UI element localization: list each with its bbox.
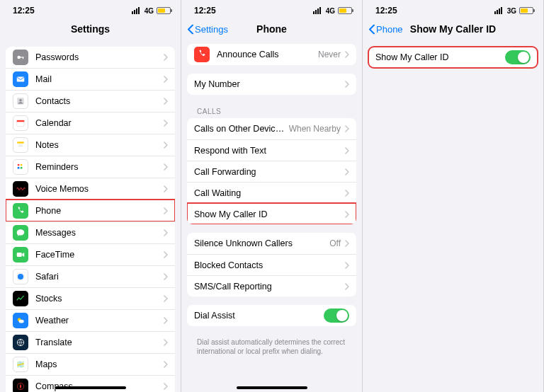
row-safari[interactable]: Safari [6, 265, 175, 287]
status-bar: 12:25 4G [0, 0, 181, 18]
back-button[interactable]: Settings [187, 24, 228, 35]
row-sms/call-reporting[interactable]: SMS/Call Reporting [187, 275, 356, 296]
row-voice-memos[interactable]: Voice Memos [6, 178, 175, 200]
status-indicators: 4G [313, 7, 352, 15]
row-label: Call Forwarding [194, 167, 341, 177]
back-button[interactable]: Phone [368, 24, 403, 35]
row-facetime[interactable]: FaceTime [6, 243, 175, 265]
svg-point-4 [17, 56, 21, 59]
calendar-icon [13, 115, 28, 131]
row-mail[interactable]: Mail [6, 68, 175, 90]
svg-point-9 [19, 99, 22, 102]
status-indicators: 3G [494, 7, 533, 15]
row-call-waiting[interactable]: Call Waiting [187, 182, 356, 203]
row-respond-with-text[interactable]: Respond with Text [187, 139, 356, 161]
contacts-icon [13, 93, 28, 109]
row-label: FaceTime [35, 250, 159, 260]
row-label: SMS/Call Reporting [194, 282, 341, 292]
row-label: Messages [35, 228, 159, 238]
back-label: Settings [195, 24, 228, 35]
row-weather[interactable]: Weather [6, 309, 175, 331]
row-call-forwarding[interactable]: Call Forwarding [187, 161, 356, 182]
row-stocks[interactable]: Stocks [6, 287, 175, 309]
row-show-caller-id[interactable]: Show My Caller ID [368, 47, 538, 68]
chevron-right-icon [345, 51, 349, 58]
row-passwords[interactable]: Passwords [6, 47, 175, 68]
row-label: Contacts [35, 96, 159, 106]
svg-rect-0 [132, 11, 133, 14]
row-messages[interactable]: Messages [6, 221, 175, 243]
row-label: Show My Caller ID [375, 52, 505, 62]
chevron-right-icon [164, 317, 168, 324]
row-label: Blocked Contacts [194, 260, 341, 270]
nav-title: Show My Caller ID [410, 23, 496, 35]
row-label: Safari [35, 272, 159, 282]
row-show-my-caller-id[interactable]: Show My Caller ID [187, 203, 356, 224]
svg-point-18 [21, 164, 23, 166]
svg-point-23 [18, 274, 23, 279]
group-announce: Announce Calls Never [187, 44, 356, 65]
phone-icon [194, 47, 210, 62]
status-time: 12:25 [375, 6, 397, 16]
chevron-right-icon [164, 98, 168, 105]
phone-icon [13, 203, 28, 219]
dial-assist-toggle[interactable] [324, 309, 349, 323]
status-bar: 12:25 3G [363, 0, 543, 18]
row-phone[interactable]: Phone [6, 200, 175, 221]
row-my-number[interactable]: My Number [187, 74, 356, 95]
row-value: Off [329, 238, 341, 248]
chevron-right-icon [164, 76, 168, 83]
nav-bar: Phone Show My Caller ID [363, 18, 543, 40]
svg-point-17 [18, 167, 20, 169]
row-maps[interactable]: Maps [6, 353, 175, 375]
chevron-right-icon [345, 283, 349, 290]
row-calendar[interactable]: Calendar [6, 112, 175, 134]
status-bar: 12:25 4G [181, 0, 362, 18]
row-label: Mail [35, 74, 159, 84]
row-label: Voice Memos [35, 184, 159, 194]
chevron-right-icon [164, 54, 168, 61]
row-dial-assist[interactable]: Dial Assist [187, 305, 356, 326]
chevron-right-icon [164, 229, 168, 236]
screen-phone-settings: 12:25 4G Settings Phone Announce Calls N… [181, 0, 363, 392]
svg-rect-11 [17, 120, 25, 122]
row-calls-on-other-devices[interactable]: Calls on Other DevicesWhen Nearby [187, 118, 356, 139]
weather-icon [13, 313, 28, 328]
row-label: Call Waiting [194, 188, 341, 198]
row-silence-unknown-callers[interactable]: Silence Unknown CallersOff [187, 233, 356, 254]
group-silence: Silence Unknown CallersOffBlocked Contac… [187, 233, 356, 296]
row-label: Calendar [35, 118, 159, 128]
group-my-number: My Number [187, 74, 356, 95]
chevron-right-icon [345, 125, 349, 132]
home-indicator[interactable] [237, 386, 307, 389]
row-label: Reminders [35, 162, 159, 172]
svg-rect-3 [138, 7, 140, 14]
row-label: Weather [35, 316, 159, 325]
row-translate[interactable]: Translate [6, 331, 175, 353]
svg-rect-6 [23, 57, 23, 59]
chevron-right-icon [164, 295, 168, 302]
row-announce-calls[interactable]: Announce Calls Never [187, 44, 356, 65]
facetime-icon [13, 247, 28, 263]
battery-icon [519, 7, 533, 14]
chevron-right-icon [164, 120, 168, 127]
svg-point-16 [18, 164, 20, 166]
home-indicator[interactable] [55, 386, 126, 389]
row-blocked-contacts[interactable]: Blocked Contacts [187, 254, 356, 275]
show-caller-id-toggle[interactable] [505, 50, 531, 64]
network-label: 4G [144, 7, 154, 15]
chevron-right-icon [345, 262, 349, 269]
compass-icon [13, 379, 28, 392]
row-contacts[interactable]: Contacts [6, 90, 175, 112]
row-reminders[interactable]: Reminders [6, 156, 175, 178]
safari-icon [13, 269, 28, 284]
reminders-icon [13, 159, 28, 175]
chevron-right-icon [164, 163, 168, 171]
svg-point-19 [21, 167, 23, 169]
chevron-right-icon [164, 185, 168, 192]
nav-title: Phone [256, 23, 287, 35]
row-compass[interactable]: Compass [6, 375, 175, 392]
settings-group: PasswordsMailContactsCalendarNotesRemind… [6, 47, 175, 392]
maps-icon [13, 357, 28, 372]
row-notes[interactable]: Notes [6, 134, 175, 156]
